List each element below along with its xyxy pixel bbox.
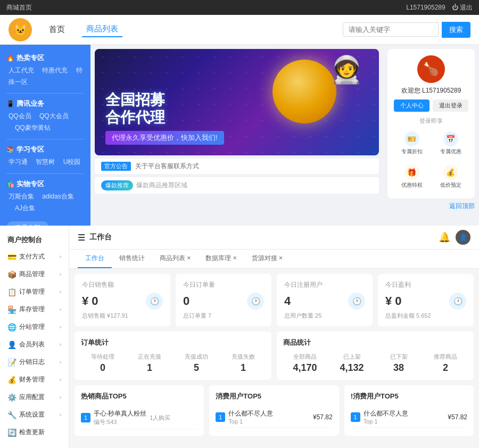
notification-bell-icon[interactable]: 🔔 — [439, 231, 450, 243]
back-to-top[interactable]: 返回顶部 — [387, 202, 475, 211]
perk-special-icon: 📅 — [443, 131, 458, 146]
product-online-label: 已上架 — [330, 353, 374, 361]
no-consume-top5-title: !消费用户TOP5 — [351, 392, 467, 401]
no-consume-top5: !消费用户TOP5 1 什么都不尽人意 Top 1 ¥57.82 — [344, 385, 474, 436]
menu-distribution[interactable]: 📝 分销日志 › — [0, 353, 69, 371]
distribution-icon: 📝 — [7, 358, 16, 367]
top5-no-consume-item-1: 1 什么都不尽人意 Top 1 ¥57.82 — [351, 406, 467, 428]
view-all-button[interactable]: 查看全部 — [6, 221, 49, 226]
perk-special[interactable]: 📅 专属优惠 — [433, 128, 468, 159]
menu-inventory-label: 库存管理 — [19, 305, 45, 314]
menu-orders[interactable]: 📋 订单管理 › — [0, 283, 69, 301]
sidebar-tencent-title: 腾讯业务 — [6, 99, 84, 109]
stat-profit: 今日盈利 ¥ 0 🕐 总盈利金额 5.652 — [378, 274, 474, 326]
profile-button[interactable]: 个人中心 — [394, 99, 430, 112]
perk-reserve-icon: 💰 — [443, 165, 458, 180]
menu-update[interactable]: 🔄 检查更新 — [0, 424, 69, 441]
menu-members-label: 会员列表 — [19, 340, 45, 349]
sidebar-tencent-section: 腾讯业务 QQ会员 QQ大会员 QQ豪华黄钻 — [0, 96, 90, 137]
app-config-icon: ⚙️ — [7, 393, 16, 402]
product-stat-all: 全部商品 4,170 — [283, 353, 327, 374]
stat-sales-icon: 🕐 — [146, 293, 163, 310]
order-stat-waiting: 等待处理 0 — [81, 353, 125, 374]
perk-discount[interactable]: 🎫 专属折扣 — [394, 128, 430, 159]
menu-distribution-label: 分销日志 — [19, 358, 45, 367]
stat-profit-icon: 🕐 — [449, 293, 466, 310]
logout-button[interactable]: ⏻ 退出 — [452, 3, 473, 12]
tab-sales-stats[interactable]: 销售统计 — [112, 250, 152, 268]
nav-product-list[interactable]: 商品列表 — [82, 22, 122, 37]
site-logo: 🐱 — [9, 18, 32, 42]
stat-users-label: 今日注册用户 — [284, 280, 365, 289]
no-consume-user-name: 什么都不尽人意 — [364, 409, 408, 418]
sidebar-study-title: 学习专区 — [6, 145, 84, 154]
tab-source[interactable]: 货源对接 × — [244, 250, 290, 268]
sidebar-tencent-items[interactable]: QQ会员 QQ大会员 QQ豪华黄钻 — [6, 111, 84, 134]
order-stats-card: 订单统计 等待处理 0 正在充值 1 充值成功 5 充值失败 — [75, 331, 271, 380]
main-area: 热卖专区 人工代充 特惠代充 特殊一区 腾讯业务 QQ会员 QQ大会员 QQ豪华… — [0, 45, 479, 226]
stat-profit-label: 今日盈利 — [385, 280, 466, 289]
user-logout-button[interactable]: 退出登录 — [433, 99, 468, 112]
sidebar-physical-items[interactable]: 万斯合集 adidas合集 AJ合集 — [6, 191, 84, 214]
hot-products-bar: 爆款推荐 爆款商品推荐区域 — [95, 177, 379, 194]
perks-grid: 🎫 专属折扣 📅 专属优惠 🎁 优惠特权 💰 低价预定 — [394, 128, 468, 192]
menu-products[interactable]: 📦 商品管理 › — [0, 266, 69, 283]
tab-data-mgmt[interactable]: 数据库理 × — [198, 250, 244, 268]
app-config-arrow: › — [60, 394, 61, 400]
stat-users-sub: 总用户数量 25 — [284, 312, 365, 320]
stat-sales: 今日销售额 ¥ 0 🕐 总销售额 ¥127.91 — [75, 274, 170, 326]
banner-planet — [272, 60, 336, 123]
product-recommended-value: 2 — [424, 362, 467, 374]
product-stats-card: 商品统计 全部商品 4,170 已上架 4,132 已下架 38 — [277, 331, 474, 380]
order-stat-failed: 充值失败 1 — [221, 353, 265, 374]
product-recommended-label: 推荐商品 — [424, 353, 467, 361]
center-panel: 🧑‍🚀 全国招募 合作代理 代理永久享受优惠价，快加入我们! 官方公告 关于平台… — [90, 45, 383, 226]
menu-app-config[interactable]: ⚙️ 应用配置 › — [0, 388, 69, 406]
consume-rank-1: 1 — [216, 412, 225, 422]
tab-workbench[interactable]: 工作台 — [78, 250, 112, 268]
user-buttons: 个人中心 退出登录 — [394, 99, 468, 112]
order-failed-label: 充值失败 — [221, 353, 265, 361]
sidebar-study-items[interactable]: 学习通 智慧树 U校园 — [6, 156, 84, 168]
hot-product-sub: 编号:543 — [94, 418, 146, 426]
menu-inventory[interactable]: 🏪 库存管理 › — [0, 301, 69, 318]
no-consume-user-sub: Top 1 — [364, 418, 408, 425]
dashboard-user-avatar: 👤 — [456, 230, 470, 245]
middle-section: 订单统计 等待处理 0 正在充值 1 充值成功 5 充值失败 — [69, 331, 479, 385]
dashboard-header: ☰ 工作台 🔔 👤 — [69, 226, 479, 250]
search-button[interactable]: 搜索 — [442, 22, 470, 38]
nav-home[interactable]: 首页 — [45, 22, 69, 37]
no-consume-rank-1: 1 — [351, 412, 360, 422]
tab-product-list[interactable]: 商品列表 × — [152, 250, 198, 268]
menu-products-label: 商品管理 — [19, 270, 45, 279]
notice-text[interactable]: 关于平台客服联系方式 — [135, 162, 199, 171]
site-name[interactable]: 商城首页 — [6, 3, 32, 12]
stat-users: 今日注册用户 4 🕐 总用户数量 25 — [277, 274, 373, 326]
product-offline-label: 已下架 — [377, 353, 420, 361]
sidebar-hot-title: 热卖专区 — [6, 53, 84, 63]
search-input[interactable] — [343, 22, 439, 37]
menu-finance[interactable]: 💰 财务管理 › — [0, 371, 69, 388]
perk-privilege[interactable]: 🎁 优惠特权 — [394, 162, 430, 192]
stat-orders-value: 0 — [183, 294, 189, 308]
menu-payment[interactable]: 💳 支付方式 › — [0, 248, 69, 266]
perk-reserve[interactable]: 💰 低价预定 — [433, 162, 468, 192]
menu-system[interactable]: 🔧 系统设置 › — [0, 406, 69, 424]
banner-astronaut: 🧑‍🚀 — [330, 54, 363, 85]
branch-arrow: › — [60, 324, 61, 330]
stat-users-value: 4 — [284, 294, 291, 308]
user-avatar: 🍗 — [417, 55, 445, 83]
consume-user-name: 什么都不尽人意 — [228, 409, 273, 418]
order-success-label: 充值成功 — [175, 353, 218, 361]
menu-branch[interactable]: 🌐 分站管理 › — [0, 318, 69, 336]
dashboard-title: 商户控制台 — [0, 230, 69, 248]
sidebar-hot-items[interactable]: 人工代充 特惠代充 特殊一区 — [6, 65, 84, 88]
menu-members[interactable]: 👤 会员列表 › — [0, 336, 69, 353]
top5-hot-item-1: 1 手心·秒单真人粉丝 编号:543 1人购买 — [81, 406, 197, 429]
stat-profit-sub: 总盈利金额 5.652 — [385, 312, 466, 320]
members-icon: 👤 — [7, 341, 16, 349]
consume-user-sub: Top 1 — [228, 418, 273, 425]
product-stats-title: 商品统计 — [283, 338, 467, 347]
bottom-section: 热销商品TOP5 1 手心·秒单真人粉丝 编号:543 1人购买 消费用户TOP… — [69, 385, 479, 441]
hot-products-placeholder: 爆款商品推荐区域 — [136, 181, 187, 190]
